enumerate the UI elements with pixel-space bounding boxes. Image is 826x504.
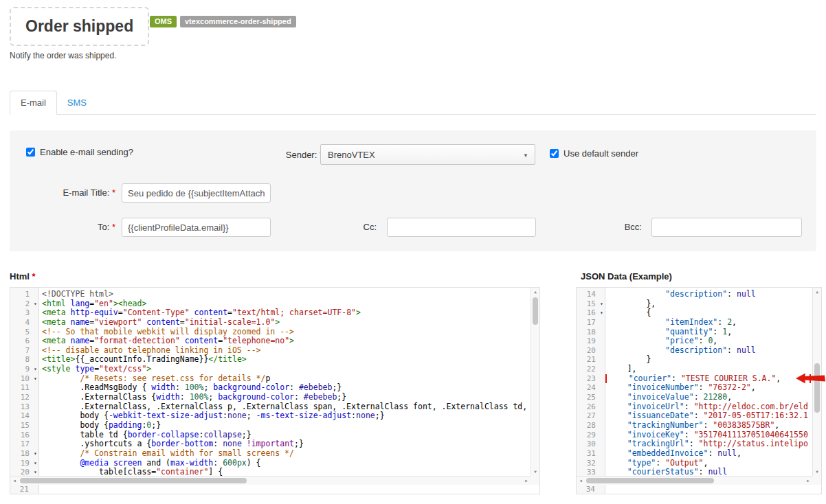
line-number: 2 [10, 299, 32, 309]
scroll-left-icon[interactable]: ◀ [577, 477, 585, 485]
line-number: 32 [577, 459, 598, 468]
email-title-field[interactable] [122, 183, 271, 203]
json-data-editor[interactable]: 14 "description": null15▾ },16▾ {17 "ite… [576, 287, 822, 494]
tab-sms[interactable]: SMS [57, 91, 97, 114]
to-field[interactable] [122, 218, 271, 237]
required-asterisk: * [112, 187, 115, 198]
code-text: <style type="text/css"> [39, 365, 531, 374]
code-text: "quantity": 1, [605, 328, 812, 337]
fold-marker-icon[interactable]: ▾ [32, 459, 39, 468]
scroll-up-icon[interactable]: ▲ [813, 288, 821, 296]
courier-highlight-box: "courier": "TESTE COURIER S.A.", [605, 374, 811, 384]
line-number: 33 [577, 468, 598, 476]
tab-email[interactable]: E-mail [10, 91, 57, 115]
fold-marker-icon[interactable]: ▾ [32, 299, 39, 309]
code-line: 2▾<html lang="en"><head> [10, 299, 531, 309]
code-line: 29 "invoiceKey": "3517041113705104064155… [577, 431, 812, 440]
line-number: 15 [10, 421, 32, 431]
line-number: 14 [577, 290, 598, 299]
code-text: "courier": "TESTE COURIER S.A.", [605, 374, 812, 384]
code-line: 20 "description": null [577, 346, 812, 356]
code-text: <!-- So that mobile webkit will display … [39, 328, 531, 337]
enable-email-row: Enable e-mail sending? [26, 147, 133, 157]
code-text: <meta http-equiv="Content-Type" content=… [39, 308, 531, 318]
code-text: "invoiceKey": "35170411137051040641550 [605, 431, 812, 440]
hscrollbar-thumb[interactable] [586, 478, 714, 483]
scroll-up-icon[interactable]: ▲ [531, 288, 539, 296]
code-line: 8<title>{{_accountInfo.TradingName}}</ti… [10, 355, 531, 365]
code-text: "courierStatus": null [605, 468, 812, 476]
code-line: 13 .ExternalClass, .ExternalClass p, .Ex… [10, 402, 531, 412]
code-text: "invoiceValue": 21280, [605, 393, 812, 402]
code-line: 23 "courier": "TESTE COURIER S.A.", [577, 374, 812, 384]
code-text: body {-webkit-text-size-adjust:none; -ms… [39, 411, 531, 421]
html-editor-label: Html * [10, 271, 36, 282]
code-line: 19 "price": 0, [577, 336, 812, 346]
use-default-sender-row: Use default sender [550, 148, 638, 159]
courier-annotation-arrow-icon [795, 372, 826, 385]
fold-marker-icon[interactable]: ▾ [32, 449, 39, 459]
html-editor-vscrollbar[interactable]: ▲ ▼ [531, 288, 539, 476]
fold-marker-icon[interactable]: ▾ [32, 365, 39, 374]
code-line: 3<meta http-equiv="Content-Type" content… [10, 308, 531, 318]
code-text: <title>{{_accountInfo.TradingName}}</tit… [39, 355, 531, 365]
code-text: "price": 0, [605, 336, 812, 346]
code-line: 17 "itemIndex": 2, [577, 318, 812, 328]
clipped-last-line: 34 [577, 485, 821, 494]
code-line: 22 ], [577, 365, 812, 374]
line-number: 8 [10, 355, 32, 365]
sender-select[interactable]: BrenoVTEX ▼ [320, 144, 535, 165]
use-default-sender-checkbox[interactable] [550, 149, 559, 158]
code-line: 16▾ { [577, 308, 812, 318]
tab-bar: E-mail SMS [10, 91, 816, 115]
line-number: 29 [577, 431, 598, 440]
scroll-down-icon[interactable]: ▼ [813, 468, 821, 476]
code-line: 1<!DOCTYPE html> [10, 290, 531, 299]
fold-marker-icon[interactable]: ▾ [32, 468, 39, 476]
code-text: "description": null [605, 346, 812, 356]
enable-email-checkbox[interactable] [26, 148, 35, 157]
line-number: 31 [577, 449, 598, 459]
code-text: "invoiceNumber": "76372-2", [605, 383, 812, 393]
scroll-right-icon[interactable]: ▶ [804, 477, 812, 485]
code-text: body {padding:0;} [39, 421, 531, 431]
line-number: 16 [577, 308, 598, 318]
fold-marker-icon[interactable]: ▾ [598, 299, 605, 309]
scrollbar-corner [531, 476, 539, 485]
scroll-down-icon[interactable]: ▼ [531, 468, 539, 476]
line-number: 3 [10, 308, 32, 318]
required-asterisk: * [32, 271, 36, 282]
line-number: 21 [577, 355, 598, 365]
code-line: 9▾<style type="text/css"> [10, 365, 531, 374]
code-line: 18▾ /* Constrain email width for small s… [10, 449, 531, 459]
fold-marker-icon[interactable]: ▾ [32, 374, 39, 384]
line-number: 30 [577, 439, 598, 449]
code-text: "embeddedInvoice": null, [605, 449, 812, 459]
scroll-left-icon[interactable]: ◀ [10, 477, 19, 485]
code-text: .yshortcuts a {border-bottom: none !impo… [39, 439, 531, 449]
clipped-last-line: 21 [10, 485, 539, 494]
vscrollbar-thumb[interactable] [814, 363, 820, 413]
use-default-sender-label: Use default sender [563, 148, 638, 159]
code-line: 10▾ /* Resets: see reset.css for details… [10, 374, 531, 384]
code-text: .ReadMsgBody { width: 100%; background-c… [39, 383, 531, 393]
vscrollbar-thumb[interactable] [533, 297, 538, 325]
fold-marker-icon[interactable]: ▾ [598, 308, 605, 318]
scroll-right-icon[interactable]: ▶ [522, 477, 531, 485]
code-line: 27 "issuanceDate": "2017-05-05T17:16:32.… [577, 411, 812, 421]
code-line: 17 .yshortcuts a {border-bottom: none !i… [10, 439, 531, 449]
line-number: 13 [10, 402, 32, 412]
line-number: 22 [577, 365, 598, 374]
html-editor-hscrollbar[interactable]: ◀ ▶ [10, 476, 531, 485]
peek-line-number: 34 [577, 485, 597, 494]
cc-field[interactable] [387, 218, 536, 237]
json-editor-hscrollbar[interactable]: ◀ ▶ [577, 476, 812, 485]
bcc-field[interactable] [651, 218, 802, 237]
line-number: 26 [577, 402, 598, 412]
hscrollbar-thumb[interactable] [20, 478, 247, 483]
template-description: Notify the order was shipped. [10, 51, 116, 60]
cc-label: Cc: [305, 222, 377, 232]
html-code-editor[interactable]: 1<!DOCTYPE html>2▾<html lang="en"><head>… [10, 287, 540, 494]
code-line: 26 "invoiceUrl": "http://eldoc.com.br/el… [577, 402, 812, 412]
code-line: 21 } [577, 355, 812, 365]
